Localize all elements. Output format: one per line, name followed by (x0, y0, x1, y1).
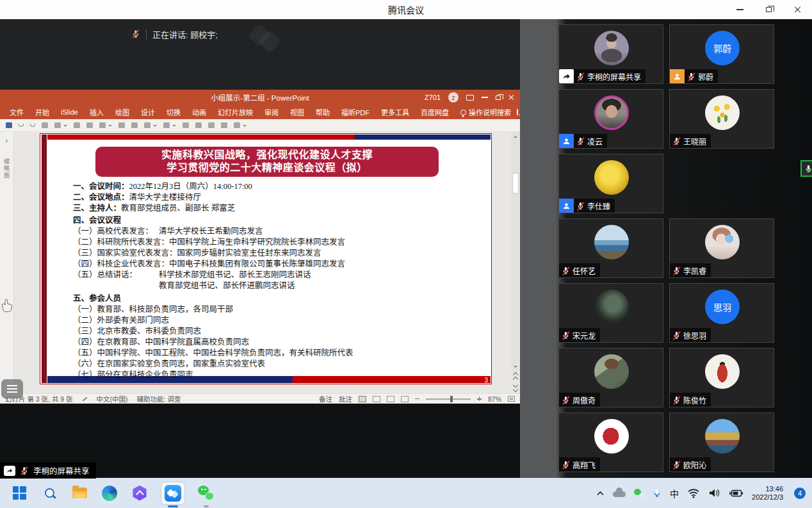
zoom-slider-knob[interactable] (450, 396, 453, 402)
ime-indicator[interactable]: 中 (670, 487, 679, 500)
participant-tile[interactable]: 王晓丽 (669, 89, 774, 149)
participant-tile[interactable]: 李桐的屏幕共享 (558, 24, 663, 84)
tencent-meeting-taskbar-button[interactable] (161, 482, 185, 505)
tab-review[interactable]: 审阅 (259, 105, 284, 119)
tab-file[interactable]: 文件 (4, 105, 29, 119)
minimize-button[interactable] (726, 0, 754, 19)
battery-charging-icon[interactable] (729, 488, 743, 498)
tab-help[interactable]: 帮助 (310, 105, 336, 119)
ppt-minimize-icon[interactable] (482, 97, 488, 97)
tab-islide[interactable]: iSlide (55, 105, 84, 119)
slideshow-from-start-icon[interactable] (42, 122, 48, 128)
participant-tile[interactable]: 李凯睿 (669, 218, 774, 278)
align-center-icon[interactable] (131, 122, 138, 128)
format-painter-icon[interactable] (54, 122, 61, 128)
previous-slide-button[interactable] (514, 373, 517, 381)
scrollbar-thumb[interactable] (512, 173, 519, 193)
participant-tile-speaking[interactable]: 顾校宇 (800, 160, 812, 177)
clock[interactable]: 13:46 2022/12/3 (752, 485, 783, 502)
search-button[interactable] (40, 483, 58, 504)
ribbon-display-options-icon[interactable] (466, 95, 474, 101)
comments-bubble-icon[interactable] (517, 109, 518, 115)
notification-badge[interactable]: 4 (794, 488, 806, 499)
slideshow-view-icon[interactable] (401, 396, 409, 402)
participant-tile[interactable]: 凌云 (558, 89, 663, 149)
tab-home[interactable]: 开始 (29, 105, 55, 119)
tab-slideshow[interactable]: 幻灯片放映 (212, 105, 259, 119)
redo-icon[interactable] (30, 124, 35, 127)
tell-me-search[interactable]: 操作说明搜索 (455, 105, 517, 119)
next-slide-button[interactable] (514, 383, 517, 391)
comments-button[interactable]: 批注 (339, 394, 352, 404)
restore-button[interactable] (754, 0, 783, 19)
tab-draw[interactable]: 绘图 (110, 105, 135, 119)
account-avatar[interactable]: z (448, 92, 459, 102)
language-status[interactable]: 中文(中国) (97, 394, 128, 404)
tab-design[interactable]: 设计 (135, 105, 161, 119)
fit-slide-icon[interactable] (508, 396, 515, 402)
table-icon[interactable] (234, 122, 240, 128)
shapes-icon[interactable] (86, 122, 93, 128)
tab-insert[interactable]: 插入 (84, 105, 110, 119)
align-left-icon[interactable] (118, 122, 125, 128)
zoom-slider[interactable] (426, 398, 471, 400)
participant-tile[interactable]: 欧阳沁 (669, 413, 774, 472)
ppt-close-icon[interactable] (508, 94, 515, 101)
participant-tile[interactable]: 思羽 徐思羽 (669, 283, 774, 343)
hexagon-app-button[interactable] (131, 483, 149, 504)
participant-tile[interactable]: 宋元龙 (558, 283, 663, 343)
zoom-out-icon[interactable] (415, 398, 419, 400)
wechat-taskbar-button[interactable] (197, 483, 215, 504)
chart-icon[interactable] (208, 122, 215, 128)
dropdown-caret-icon[interactable] (172, 125, 176, 129)
participant-tile[interactable]: 周傲奇 (558, 348, 663, 407)
text-box-icon[interactable] (221, 122, 227, 128)
volume-icon[interactable] (708, 488, 721, 498)
start-button[interactable] (10, 483, 28, 504)
album-icon[interactable] (163, 122, 170, 128)
tab-animations[interactable]: 动画 (186, 105, 212, 119)
ppt-restore-icon[interactable] (496, 95, 501, 100)
participant-tile[interactable]: 任怀艺 (558, 218, 663, 278)
list-icon[interactable] (183, 122, 189, 128)
dropdown-caret-icon[interactable] (108, 125, 112, 129)
picture-icon[interactable] (144, 122, 150, 128)
participant-tile[interactable]: 高翔飞 (558, 413, 663, 472)
paste-icon[interactable] (74, 122, 80, 128)
scroll-up-icon[interactable] (514, 134, 517, 138)
save-icon[interactable] (6, 122, 12, 128)
wechat-tray-icon[interactable] (634, 489, 644, 498)
tab-view[interactable]: 视图 (284, 105, 310, 119)
close-button[interactable] (783, 0, 812, 19)
zoom-in-icon[interactable] (477, 397, 482, 401)
tab-foxit-pdf[interactable]: 福昕PDF (336, 105, 375, 119)
ink-icon[interactable] (195, 122, 202, 128)
tab-baidu-netdisk[interactable]: 百度网盘 (415, 105, 455, 119)
tray-chevron-up-icon[interactable] (596, 490, 605, 496)
accessibility-status[interactable]: 辅助功能: 调查 (137, 394, 181, 404)
edge-browser-button[interactable] (101, 483, 118, 504)
slide-canvas[interactable]: 3 实施科教兴国战略，强化现代化建设人才支撑 学习贯彻党的二十大精神座谈会议程（… (40, 133, 492, 384)
tab-transitions[interactable]: 切换 (161, 105, 186, 119)
file-explorer-button[interactable] (70, 483, 88, 504)
notes-button[interactable]: 备注 (319, 394, 332, 404)
merge-shapes-icon[interactable] (99, 122, 106, 128)
dropdown-caret-icon[interactable] (63, 125, 67, 129)
thumbnail-pane-collapsed[interactable]: › 缩略图 (0, 132, 14, 393)
qat-overflow-icon[interactable] (243, 125, 247, 129)
zoom-percent[interactable]: 87% (488, 395, 501, 403)
wifi-icon[interactable] (687, 488, 700, 498)
normal-view-icon[interactable] (359, 396, 366, 402)
reading-view-icon[interactable] (387, 396, 394, 402)
vertical-scrollbar[interactable] (511, 132, 519, 372)
floating-list-widget[interactable] (1, 379, 23, 398)
tab-more-tools[interactable]: 更多工具 (375, 105, 415, 119)
participant-tile[interactable]: 郭蔚 郭蔚 (669, 24, 774, 84)
participant-tile[interactable]: 李仕臻 (558, 154, 663, 213)
participant-tile[interactable]: 陈俊竹 (669, 348, 774, 407)
undo-icon[interactable] (19, 124, 24, 127)
dropdown-caret-icon[interactable] (153, 125, 157, 129)
microphone-tray-icon[interactable] (653, 489, 662, 498)
scroll-down-icon[interactable] (514, 366, 517, 370)
slide-sorter-view-icon[interactable] (373, 396, 380, 402)
